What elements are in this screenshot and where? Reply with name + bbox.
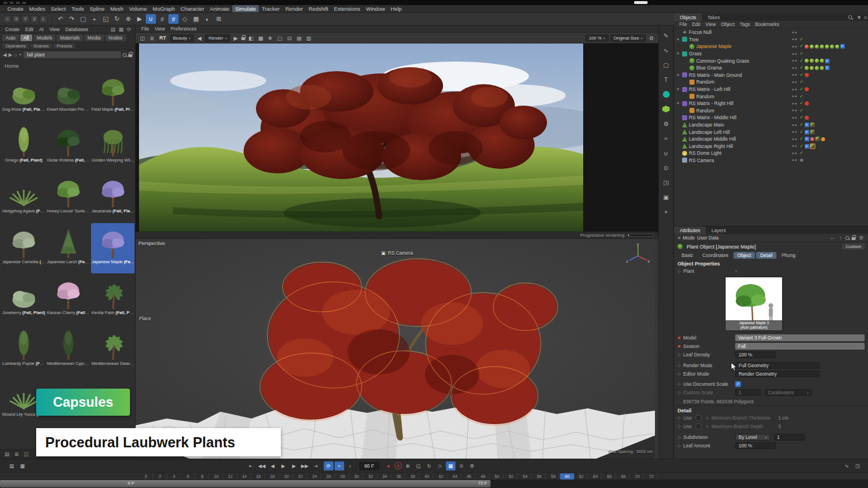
sound-button[interactable]: ♪: [345, 461, 355, 470]
rotate-icon[interactable]: ↻: [112, 14, 122, 24]
use-document-scale-checkbox[interactable]: ✓: [735, 381, 741, 387]
menu-render[interactable]: Render: [283, 5, 306, 12]
mirror-icon[interactable]: ◇: [180, 14, 190, 24]
prev-render-icon[interactable]: ◀: [196, 35, 203, 41]
visibility-dots[interactable]: [792, 117, 797, 119]
ball-tag-icon[interactable]: [820, 45, 824, 49]
ball-tag-icon[interactable]: [805, 66, 809, 70]
visibility-dots[interactable]: [792, 110, 797, 111]
filter-tab-all[interactable]: All: [20, 34, 32, 41]
plant-preview-thumbnail[interactable]: Japanese Maple 3 (Acer palmatum): [725, 277, 783, 331]
object-row-tree[interactable]: ▾Tree✓: [674, 36, 868, 43]
f-tag-icon[interactable]: F: [825, 59, 830, 63]
frame-label[interactable]: 10: [209, 473, 223, 480]
check-tag-icon[interactable]: ✓: [800, 66, 804, 70]
filter-tab-models[interactable]: Models: [33, 34, 55, 41]
object-row-rs-matrix-right-hill[interactable]: ▾RS Matrix - Right Hill✓: [674, 100, 868, 107]
editor-mode-dropdown[interactable]: Render Geometry: [735, 371, 820, 377]
object-row-blue-grama[interactable]: Blue Grama✓F: [674, 64, 868, 72]
visibility-dots[interactable]: [792, 46, 797, 47]
ab-menu-ai[interactable]: AI: [37, 27, 46, 32]
object-row-grass[interactable]: ▾Grass✓: [674, 50, 868, 58]
frame-label[interactable]: 54: [518, 473, 532, 480]
ball-tag-icon[interactable]: [830, 45, 834, 49]
menu-redshift[interactable]: Redshift: [306, 5, 331, 12]
ball-tag-icon[interactable]: [820, 59, 824, 63]
hex-tag-icon[interactable]: [805, 73, 809, 77]
plant-card-kentia-palm[interactable]: Kentia Palm (Fall, Plant): [91, 274, 134, 324]
axis-z-toggle[interactable]: Z: [31, 15, 38, 23]
footer-thumb-large-icon[interactable]: ⊞: [14, 451, 20, 457]
frame-label[interactable]: 0: [139, 473, 153, 480]
frame-label[interactable]: 24: [307, 473, 322, 480]
render-mode-key-icon[interactable]: ◇: [678, 363, 683, 368]
record-position-button[interactable]: ⊕: [403, 461, 413, 470]
target-tag-icon[interactable]: ⊕: [800, 158, 804, 163]
timeline-range-bar[interactable]: 0 F 72 F: [0, 480, 868, 488]
timeline-mode-icon[interactable]: ▤: [7, 461, 16, 470]
layout-switcher[interactable]: [634, 1, 648, 4]
fcurve-icon[interactable]: ∿: [842, 461, 852, 470]
modeling-icon[interactable]: ▢: [661, 60, 671, 69]
frame-label[interactable]: 40: [420, 473, 434, 480]
hex-tag-icon[interactable]: [805, 101, 809, 106]
obj-menu-file[interactable]: File: [677, 21, 689, 27]
ball-tag-icon[interactable]: [835, 45, 839, 49]
key-diamond-icon[interactable]: ◇: [678, 269, 683, 273]
frame-label[interactable]: 62: [574, 473, 588, 480]
f-tag-icon[interactable]: F: [825, 66, 830, 70]
render-lock-icon[interactable]: [241, 37, 245, 40]
mode-label[interactable]: Mode: [683, 235, 695, 241]
menu-mograph[interactable]: MoGraph: [150, 5, 178, 12]
frame-label[interactable]: 38: [406, 473, 420, 480]
tab-attributes[interactable]: Attributes: [674, 226, 706, 234]
visibility-dots[interactable]: [792, 131, 797, 133]
simulate-play-icon[interactable]: ▶: [134, 14, 145, 24]
filter-tab-materials[interactable]: Materials: [57, 34, 83, 41]
ab-menu-edit[interactable]: Edit: [23, 27, 36, 32]
cube-icon[interactable]: ◳: [661, 178, 671, 187]
obj-menu-tags[interactable]: Tags: [737, 21, 752, 27]
render-mode-dropdown[interactable]: Full Geometry: [735, 362, 820, 369]
ballr-tag-icon[interactable]: [810, 137, 814, 141]
object-row-random[interactable]: Random✓: [674, 79, 868, 86]
attr-tab-coordinates[interactable]: Coordinates: [698, 252, 732, 259]
f-tag-icon[interactable]: F: [840, 44, 845, 49]
check-tag-icon[interactable]: ✓: [800, 80, 804, 84]
camera-label[interactable]: ▣RS Camera: [381, 250, 413, 256]
check-tag-icon[interactable]: ✓: [800, 123, 804, 127]
frame-label[interactable]: 16: [251, 473, 266, 480]
object-row-landscape-middle-hill[interactable]: Landscape Middle Hill✓F: [674, 136, 868, 143]
ball-tag-icon[interactable]: [810, 66, 814, 70]
plant-card-hedgehog-agave[interactable]: Hedgehog Agave (Fall, Plant): [2, 172, 46, 223]
subdivision-input[interactable]: 1: [774, 434, 805, 441]
min-branch-value[interactable]: 1 cm: [778, 415, 788, 421]
frame-label[interactable]: 72: [644, 473, 658, 480]
frame-label[interactable]: 48: [476, 473, 490, 480]
visibility-dots[interactable]: [792, 124, 797, 126]
object-row-landscape-main[interactable]: Landscape Main✓F: [674, 121, 868, 129]
model-key-icon[interactable]: ◆: [678, 336, 683, 340]
leaf-amount-key-icon[interactable]: ◇: [678, 443, 683, 448]
frame-label[interactable]: 30: [350, 473, 364, 480]
next-render-icon[interactable]: ▶: [232, 35, 240, 41]
prev-key-button[interactable]: ◀◀: [257, 461, 267, 470]
menu-animate[interactable]: Animate: [207, 5, 232, 12]
frame-label[interactable]: 22: [293, 473, 307, 480]
frame-label[interactable]: 42: [434, 473, 448, 480]
editor-mode-key-icon[interactable]: ◇: [678, 372, 683, 376]
rv-menu-view[interactable]: View: [153, 26, 167, 32]
frame-label[interactable]: 36: [392, 473, 406, 480]
hex-tag-icon[interactable]: [805, 87, 809, 91]
frame-label[interactable]: 28: [336, 473, 350, 480]
custom-scale-input[interactable]: 1: [735, 389, 761, 396]
menu-character[interactable]: Character: [178, 5, 207, 12]
object-row-landscape-right-hill[interactable]: Landscape Right Hill✓F: [674, 143, 868, 150]
axis-icon[interactable]: ⊕: [123, 14, 133, 24]
custom-scale-unit-dropdown[interactable]: Centimeters▾: [765, 389, 812, 396]
model-dropdown[interactable]: Variant 3 Full-Grown: [735, 334, 865, 341]
tab-takes[interactable]: Takes: [702, 14, 726, 21]
search-input[interactable]: fall plant: [24, 51, 121, 58]
ram-play-button[interactable]: ≈: [335, 461, 344, 470]
expand-arrow-icon[interactable]: ▾: [677, 37, 682, 42]
